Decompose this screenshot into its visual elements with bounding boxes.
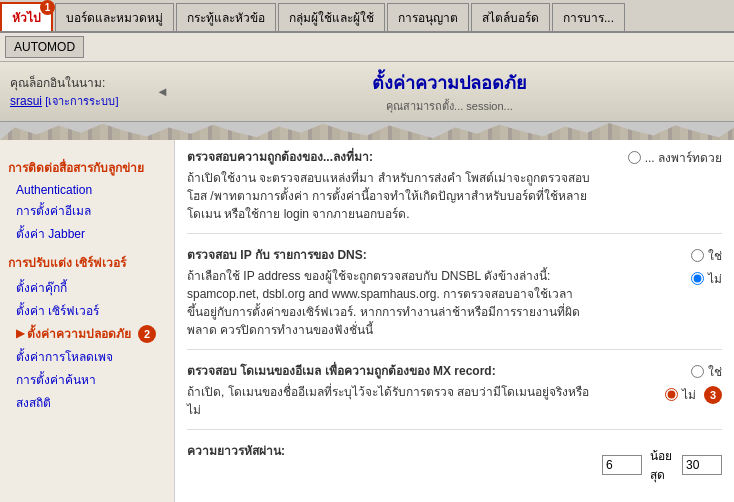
nav-arrow[interactable]: ◄ bbox=[156, 84, 169, 99]
page-title: ตั้งค่าความปลอดภัย bbox=[175, 68, 724, 97]
password-max-input[interactable] bbox=[682, 455, 722, 475]
tab-boards-label: บอร์ดและหมวดหมู่ bbox=[66, 11, 163, 25]
radio-third-party: ... ลงพาร์ทดวย bbox=[628, 148, 722, 167]
tab-groups[interactable]: กลุ่มผู้ใช้และผู้ใช้ bbox=[278, 3, 385, 31]
section-check-email-mx: ตรวจสอบ โดเมนของอีเมล เพื่อความถูกต้องขอ… bbox=[187, 362, 722, 430]
section-email-mx-body: ถ้าเปิด, โดเมนของชื่ออีเมลที่ระบุไว้จะได… bbox=[187, 383, 592, 419]
sidebar-item-security-label: ตั้งค่าความปลอดภัย bbox=[27, 324, 131, 343]
tab-topics[interactable]: กระทู้และหัวข้อ bbox=[176, 3, 276, 31]
radio-ip-yes-label: ใช่ bbox=[708, 246, 722, 265]
user-link[interactable]: [เจาะการระบบ] bbox=[45, 95, 118, 107]
tab-overview-label: หัวไป bbox=[12, 11, 41, 25]
sidebar-item-security[interactable]: ▶ ตั้งค่าความปลอดภัย 2 bbox=[8, 322, 166, 345]
section-ip-dns-title: ตรวจสอบ IP กับ รายการของ DNS: bbox=[187, 246, 592, 264]
header-area: คุณล็อกอินในนาม: srasui [เจาะการระบบ] ◄ … bbox=[0, 62, 734, 122]
tab-styles-label: สไตล์บอร์ด bbox=[482, 11, 539, 25]
password-min-input[interactable] bbox=[602, 455, 642, 475]
password-min-row: น้อยสุด bbox=[602, 442, 722, 488]
section-password-title: ความยาวรหัสผ่าน: bbox=[187, 442, 592, 460]
radio-third-party-input[interactable] bbox=[628, 151, 641, 164]
user-label: คุณล็อกอินในนาม: bbox=[10, 76, 105, 90]
section-check-location: ตรวจสอบความถูกต้องของ...ลงที่มา: ถ้าเปิด… bbox=[187, 148, 722, 234]
second-nav: AUTOMOD bbox=[0, 33, 734, 62]
tab-permissions-label: การอนุญาต bbox=[398, 11, 458, 25]
sidebar-item-cookies[interactable]: ตั้งค่าคุ๊กกี้ bbox=[8, 276, 166, 299]
section-check-ip-dns: ตรวจสอบ IP กับ รายการของ DNS: ถ้าเลือกใช… bbox=[187, 246, 722, 350]
radio-third-party-label: ... ลงพาร์ทดวย bbox=[645, 148, 722, 167]
radio-ip-no: ไม่ bbox=[691, 269, 722, 288]
radio-ip-no-label: ไม่ bbox=[708, 269, 722, 288]
tab-boards[interactable]: บอร์ดและหมวดหมู่ bbox=[55, 3, 174, 31]
top-nav: หัวไป 1 บอร์ดและหมวดหมู่ กระทู้และหัวข้อ… bbox=[0, 0, 734, 33]
sidebar-section-server: การปรับแต่ง เซิร์ฟเวอร์ bbox=[8, 253, 166, 272]
tab-styles[interactable]: สไตล์บอร์ด bbox=[471, 3, 550, 31]
page-subtitle: คุณสามารถตั้ง... session... bbox=[175, 97, 724, 115]
section-password-length: ความยาวรหัสผ่าน: น้อยสุด bbox=[187, 442, 722, 498]
radio-ip-no-input[interactable] bbox=[691, 272, 704, 285]
tab-automod-label: AUTOMOD bbox=[14, 40, 75, 54]
radio-mx-no-label: ไม่ bbox=[682, 385, 696, 404]
section-ip-dns-body: ถ้าเลือกใช้ IP address ของผู้ใช้จะถูกตรว… bbox=[187, 267, 592, 339]
section-email-mx-title: ตรวจสอบ โดเมนของอีเมล เพื่อความถูกต้องขอ… bbox=[187, 362, 592, 380]
radio-ip-yes-input[interactable] bbox=[691, 249, 704, 262]
sidebar-item-authentication[interactable]: Authentication bbox=[8, 181, 166, 199]
min-label: น้อยสุด bbox=[650, 446, 674, 484]
tab-manage[interactable]: การบาร... bbox=[552, 3, 625, 31]
sidebar-item-pageload[interactable]: ตั้งค่าการโหลดเพจ bbox=[8, 345, 166, 368]
radio-ip-yes: ใช่ bbox=[691, 246, 722, 265]
sidebar-section-network: การติดต่อสื่อสารกับลูกข่าย bbox=[8, 158, 166, 177]
radio-mx-yes: ใช่ bbox=[691, 362, 722, 381]
main-content: การติดต่อสื่อสารกับลูกข่าย Authenticatio… bbox=[0, 140, 734, 502]
radio-mx-no: ไม่ 3 bbox=[665, 385, 722, 404]
tab-overview[interactable]: หัวไป 1 bbox=[0, 2, 53, 31]
sidebar-item-server[interactable]: ตั้งค่า เซิร์ฟเวอร์ bbox=[8, 299, 166, 322]
content-area: ตรวจสอบความถูกต้องของ...ลงที่มา: ถ้าเปิด… bbox=[175, 140, 734, 502]
sidebar-item-statistics[interactable]: สงสถิติ bbox=[8, 391, 166, 414]
tab-groups-label: กลุ่มผู้ใช้และผู้ใช้ bbox=[289, 11, 374, 25]
sidebar-item-jabber[interactable]: ตั้งค่า Jabber bbox=[8, 222, 166, 245]
radio-mx-yes-input[interactable] bbox=[691, 365, 704, 378]
tab-automod[interactable]: AUTOMOD bbox=[5, 36, 84, 58]
tab-manage-label: การบาร... bbox=[563, 11, 614, 25]
radio-mx-no-input[interactable] bbox=[665, 388, 678, 401]
sidebar: การติดต่อสื่อสารกับลูกข่าย Authenticatio… bbox=[0, 140, 175, 502]
tab-permissions[interactable]: การอนุญาต bbox=[387, 3, 469, 31]
section-check-location-body: ถ้าเปิดใช้งาน จะตรวจสอบแหล่งที่มา สำหรับ… bbox=[187, 169, 592, 223]
radio-badge: 3 bbox=[704, 386, 722, 404]
sidebar-item-email[interactable]: การตั้งค่าอีเมล bbox=[8, 199, 166, 222]
section-check-location-title: ตรวจสอบความถูกต้องของ...ลงที่มา: bbox=[187, 148, 592, 166]
sidebar-badge: 2 bbox=[138, 325, 156, 343]
sidebar-item-search[interactable]: การตั้งค่าค้นหา bbox=[8, 368, 166, 391]
active-arrow: ▶ bbox=[16, 327, 24, 340]
tab-badge: 1 bbox=[40, 0, 55, 15]
radio-mx-yes-label: ใช่ bbox=[708, 362, 722, 381]
user-info: คุณล็อกอินในนาม: srasui [เจาะการระบบ] bbox=[10, 73, 150, 110]
torn-edge-decor bbox=[0, 122, 734, 140]
tab-topics-label: กระทู้และหัวข้อ bbox=[187, 11, 265, 25]
username[interactable]: srasui bbox=[10, 94, 42, 108]
